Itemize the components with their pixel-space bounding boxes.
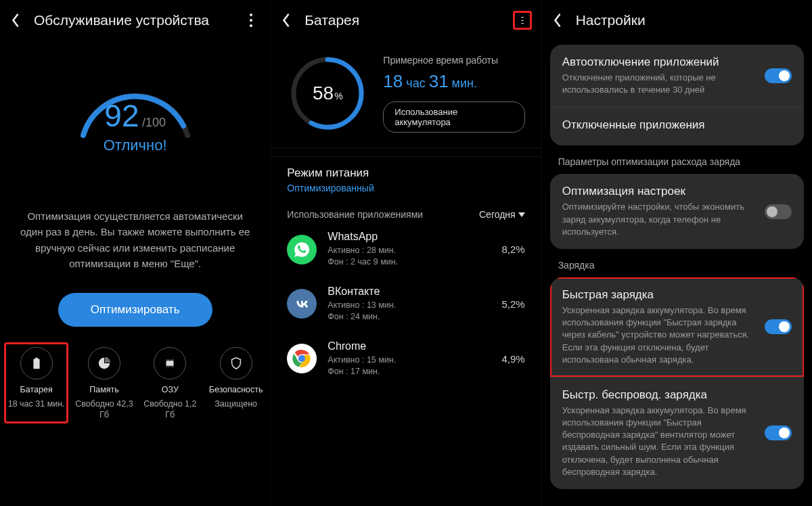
battery-usage-chip[interactable]: Использование аккумулятора xyxy=(383,101,524,133)
page-title: Настройки xyxy=(576,12,803,28)
score-value: 92 xyxy=(104,98,139,133)
header: Обслуживание устройства xyxy=(0,0,270,41)
toggle-fast-charging[interactable] xyxy=(765,319,792,334)
tile-ram[interactable]: ОЗУ Свободно 1,2 Гб xyxy=(141,347,199,421)
section-charging: Зарядка xyxy=(542,257,812,277)
header: Батарея xyxy=(271,0,541,41)
card-charging: Быстрая зарядка Ускоренная зарядка аккум… xyxy=(550,277,804,489)
tile-security[interactable]: Безопасность Защищено xyxy=(207,347,265,421)
toggle-auto-disable[interactable] xyxy=(765,68,792,83)
row-fast-wireless-charging[interactable]: Быстр. беспровод. зарядка Ускоренная зар… xyxy=(550,377,804,489)
app-row[interactable]: ВКонтакте Активно : 13 мин. Фон : 24 мин… xyxy=(287,277,524,331)
tile-row: Батарея 18 час 31 мин. Память Свободно 4… xyxy=(0,327,270,421)
screen-settings: Настройки Автоотключение приложений Откл… xyxy=(541,0,812,506)
battery-summary: 58% Примерное время работы 18 час 31 мин… xyxy=(271,41,541,138)
app-row[interactable]: Chrome Активно : 15 мин. Фон : 17 мин. 4… xyxy=(287,331,524,386)
whatsapp-icon xyxy=(287,235,317,264)
app-row[interactable]: WhatsApp Активно : 28 мин. Фон : 2 час 9… xyxy=(287,222,524,277)
tile-battery[interactable]: Батарея 18 час 31 мин. xyxy=(4,342,68,423)
page-title: Обслуживание устройства xyxy=(34,12,229,28)
row-fast-charging[interactable]: Быстрая зарядка Ускоренная зарядка аккум… xyxy=(550,277,804,377)
toggle-optimize-settings[interactable] xyxy=(765,204,792,219)
shield-icon xyxy=(229,356,244,371)
score-label: Отлично! xyxy=(64,137,206,154)
toggle-fast-wireless[interactable] xyxy=(765,426,792,440)
chrome-icon xyxy=(287,344,317,373)
score-gauge: 92 /100 Отлично! xyxy=(0,55,270,143)
back-button[interactable] xyxy=(551,14,564,26)
section-optimization: Параметры оптимизации расхода заряда xyxy=(542,154,812,174)
runtime-value: 18 час 31 мин. xyxy=(383,71,524,92)
ram-chip-icon xyxy=(162,356,177,371)
score-max: /100 xyxy=(142,116,166,129)
app-usage-list: WhatsApp Активно : 28 мин. Фон : 2 час 9… xyxy=(271,222,541,386)
optimization-description: Оптимизация осуществляется автоматически… xyxy=(20,208,250,271)
period-selector[interactable]: Сегодня xyxy=(479,209,525,220)
screen-battery: Батарея 58% Примерное время работы 18 ча… xyxy=(270,0,541,506)
back-button[interactable] xyxy=(280,14,292,26)
optimize-button[interactable]: Оптимизировать xyxy=(58,293,212,327)
tile-storage[interactable]: Память Свободно 42,3 Гб xyxy=(75,347,133,421)
row-optimize-settings[interactable]: Оптимизация настроек Оптимизируйте настр… xyxy=(550,174,804,249)
screen-device-care: Обслуживание устройства 92 /100 Отлично!… xyxy=(0,0,270,506)
row-auto-disable-apps[interactable]: Автоотключение приложений Отключение при… xyxy=(550,45,804,107)
back-button[interactable] xyxy=(9,14,22,26)
runtime-label: Примерное время работы xyxy=(383,55,524,66)
more-icon[interactable] xyxy=(513,11,532,30)
battery-ring: 58% xyxy=(287,53,368,134)
header: Настройки xyxy=(542,0,812,41)
battery-icon xyxy=(29,356,44,371)
storage-pie-icon xyxy=(97,356,112,371)
more-icon[interactable] xyxy=(242,11,261,30)
page-title: Батарея xyxy=(304,12,500,28)
usage-by-apps-label: Использование приложениями xyxy=(287,208,423,221)
card-app-management: Автоотключение приложений Отключение при… xyxy=(550,45,804,145)
card-optimization: Оптимизация настроек Оптимизируйте настр… xyxy=(550,174,804,249)
power-mode-row[interactable]: Режим питания Оптимизированный xyxy=(271,157,541,203)
row-disabled-apps[interactable]: Отключенные приложения xyxy=(550,107,804,145)
chevron-down-icon xyxy=(518,212,525,217)
svg-rect-0 xyxy=(166,361,174,365)
vk-icon xyxy=(287,289,317,319)
